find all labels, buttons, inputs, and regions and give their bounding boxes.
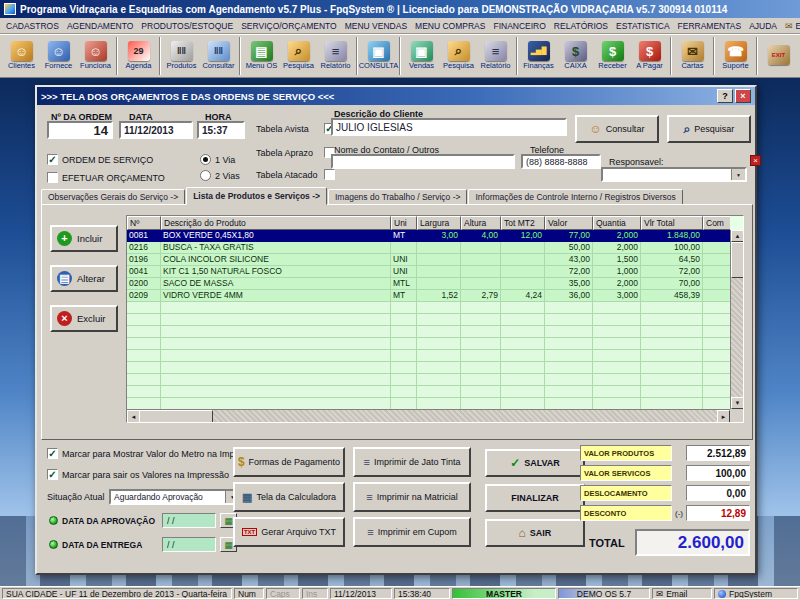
toolbar-cartas-button[interactable]: ✉Cartas bbox=[674, 35, 711, 77]
menu-menu-compras[interactable]: MENU COMPRAS bbox=[411, 18, 489, 34]
grid-horizontal-scrollbar[interactable]: ◄ ► bbox=[127, 409, 730, 422]
grid-row-0[interactable]: 0081BOX VERDE 0,45X1,80MT3,004,0012,0077… bbox=[127, 230, 730, 242]
menu-financeiro[interactable]: FINANCEIRO bbox=[489, 18, 549, 34]
toolbar-funcionarios-button[interactable]: ☺Funciona bbox=[77, 35, 114, 77]
grid-row-1[interactable]: 0216BUSCA - TAXA GRATIS50,002,000100,00 bbox=[127, 242, 730, 254]
phone-field[interactable]: (88) 8888-8888 bbox=[521, 154, 601, 169]
grid-column-header[interactable]: Largura bbox=[417, 216, 461, 230]
toolbar-produtos-button[interactable]: ‖‖Produtos bbox=[163, 35, 200, 77]
data-aprovacao-field[interactable]: / / bbox=[162, 513, 216, 528]
sair-button[interactable]: ⌂ SAIR bbox=[485, 519, 585, 547]
vertical-scroll-thumb[interactable] bbox=[731, 242, 744, 278]
finalizar-button[interactable]: FINALIZAR bbox=[485, 484, 585, 512]
window-titlebar[interactable]: >>> TELA DOS ORÇAMENTOS E DAS ORDENS DE … bbox=[37, 87, 755, 105]
toolbar-suporte-button[interactable]: ☎Suporte bbox=[717, 35, 754, 77]
efetuar-orcamento-checkbox[interactable]: EFETUAR ORÇAMENTO bbox=[47, 172, 165, 183]
toolbar-receber-button[interactable]: $Receber bbox=[594, 35, 631, 77]
toolbar-pesquisa-vendas-button[interactable]: ⌕Pesquisa bbox=[440, 35, 477, 77]
dropdown-arrow-icon[interactable]: ▼ bbox=[731, 169, 745, 180]
menu-estatistica[interactable]: ESTATISTICA bbox=[612, 18, 674, 34]
toolbar-pesquisa-os-button[interactable]: ⌕Pesquisa bbox=[280, 35, 317, 77]
toolbar-consulta-button[interactable]: ▣CONSULTA bbox=[360, 35, 397, 77]
toolbar-fornecedores-button[interactable]: ☺Fornece bbox=[40, 35, 77, 77]
help-button[interactable]: ? bbox=[717, 89, 733, 103]
toolbar-agenda-button[interactable]: 29Agenda bbox=[120, 35, 157, 77]
status-email[interactable]: ✉ Email bbox=[652, 588, 712, 599]
toolbar-a-pagar-button[interactable]: $A Pagar bbox=[631, 35, 668, 77]
responsavel-dropdown[interactable]: ▼ bbox=[601, 167, 747, 182]
imprimir-matricial-button[interactable]: ≡ Imprimir na Matricial bbox=[353, 482, 471, 512]
menu-ajuda[interactable]: AJUDA bbox=[745, 18, 781, 34]
grid-row-3[interactable]: 0041KIT C1 1,50 NATURAL FOSCOUNI72,001,0… bbox=[127, 266, 730, 278]
client-desc-field[interactable]: JULIO IGLESIAS bbox=[331, 118, 567, 136]
tab-controle-interno[interactable]: Informações de Controle Interno / Regist… bbox=[468, 189, 682, 205]
scroll-up-icon[interactable]: ▲ bbox=[731, 230, 744, 242]
menu-email[interactable]: ✉E-MAIL bbox=[781, 18, 800, 34]
alterar-button[interactable]: ▤Alterar bbox=[50, 265, 118, 292]
sair-aplicativo-icon: EXIT bbox=[768, 45, 790, 65]
grid-vertical-scrollbar[interactable]: ▲ ▼ bbox=[730, 230, 743, 409]
grid-cell bbox=[501, 326, 545, 338]
tabela-avista-checkbox[interactable]: Tabela Avista ✓ bbox=[256, 123, 335, 134]
menu-menu-vendas[interactable]: MENU VENDAS bbox=[341, 18, 411, 34]
grid-column-header[interactable]: Com bbox=[703, 216, 730, 230]
imprimir-cupom-button[interactable]: ≡ Imprimir em Cupom bbox=[353, 517, 471, 547]
grid-row-2[interactable]: 0196COLA INCOLOR SILICONEUNI43,001,50064… bbox=[127, 254, 730, 266]
ordem-de-servico-checkbox[interactable]: ✓ ORDEM DE SERVIÇO bbox=[47, 154, 153, 165]
tabela-aprazo-checkbox[interactable]: Tabela Aprazo bbox=[256, 147, 335, 158]
sair-valores-checkbox[interactable]: ✓ Marcar para sair os Valores na Impress… bbox=[47, 469, 229, 480]
horizontal-scroll-thumb[interactable] bbox=[139, 410, 213, 423]
via2-radio[interactable]: 2 Vias bbox=[200, 170, 240, 181]
scroll-right-icon[interactable]: ► bbox=[717, 410, 730, 423]
consultar-button[interactable]: ☺ Consultar bbox=[575, 115, 659, 143]
incluir-button[interactable]: +Incluir bbox=[50, 225, 118, 252]
excluir-button[interactable]: ×Excluir bbox=[50, 305, 118, 332]
grid-column-header[interactable]: Uni bbox=[391, 216, 417, 230]
menu-relatorios[interactable]: RELATÓRIOS bbox=[550, 18, 612, 34]
grid-column-header[interactable]: Nº bbox=[127, 216, 161, 230]
grid-row-5[interactable]: 0209VIDRO VERDE 4MMMT1,522,794,2436,003,… bbox=[127, 290, 730, 302]
toolbar-vendas-button[interactable]: ▣Vendas bbox=[403, 35, 440, 77]
situacao-dropdown[interactable]: Aguardando Aprovação ▼ bbox=[109, 489, 241, 505]
grid-column-header[interactable]: Valor bbox=[545, 216, 593, 230]
grid-column-header[interactable]: Altura bbox=[461, 216, 501, 230]
tabela-atacado-checkbox[interactable]: Tabela Atacado bbox=[256, 169, 335, 180]
tab-imagens[interactable]: Imagens do Trabalho / Serviço -> bbox=[328, 189, 467, 205]
checkbox-label: Tabela Atacado bbox=[256, 170, 320, 180]
responsavel-clear-icon[interactable]: × bbox=[750, 155, 761, 166]
toolbar-relatorio-vendas-button[interactable]: ≡Relatório bbox=[477, 35, 514, 77]
imprimir-jato-tinta-button[interactable]: ≡ Imprimir de Jato Tinta bbox=[353, 447, 471, 477]
tela-calculadora-button[interactable]: ▦ Tela da Calculadora bbox=[233, 482, 345, 512]
toolbar-menu-os-button[interactable]: ▤Menu OS bbox=[243, 35, 280, 77]
mostrar-valor-metro-checkbox[interactable]: ✓ Marcar para Mostrar Valor do Metro na … bbox=[47, 448, 261, 459]
gerar-arquivo-txt-button[interactable]: TXT Gerar Arquivo TXT bbox=[233, 517, 345, 547]
scroll-down-icon[interactable]: ▼ bbox=[731, 397, 744, 409]
toolbar-clientes-button[interactable]: ☺Clientes bbox=[3, 35, 40, 77]
grid-column-header[interactable]: Tot MT2 bbox=[501, 216, 545, 230]
formas-pagamento-button[interactable]: $ Formas de Pagamento bbox=[233, 447, 345, 477]
menu-ferramentas[interactable]: FERRAMENTAS bbox=[674, 18, 746, 34]
tab-lista-produtos[interactable]: Lista de Produtos e Serviços -> bbox=[186, 187, 327, 205]
data-entrega-field[interactable]: / / bbox=[162, 537, 216, 552]
grid-column-header[interactable]: Descrição do Produto bbox=[161, 216, 391, 230]
menu-cadastros[interactable]: CADASTROS bbox=[2, 18, 63, 34]
grid-column-header[interactable]: Quantia bbox=[593, 216, 641, 230]
contact-field[interactable] bbox=[331, 154, 515, 169]
salvar-button[interactable]: ✓ SALVAR bbox=[485, 449, 585, 477]
pesquisar-button[interactable]: ⌕ Pesquisar bbox=[667, 115, 751, 143]
tab-observacoes[interactable]: Observações Gerais do Serviço -> bbox=[41, 189, 185, 205]
toolbar-sair-aplicativo-button[interactable]: EXIT bbox=[760, 35, 797, 77]
grid-column-header[interactable]: Vlr Total bbox=[641, 216, 703, 230]
menu-servico-orcamento[interactable]: SERVIÇO/ORÇAMENTO bbox=[237, 18, 341, 34]
time-field[interactable]: 15:37 bbox=[197, 121, 245, 139]
toolbar-caixa-button[interactable]: $CAIXA bbox=[557, 35, 594, 77]
close-button[interactable]: × bbox=[735, 89, 751, 103]
toolbar-relatorio-os-button[interactable]: ≡Relatório bbox=[317, 35, 354, 77]
menu-produtos-estoque[interactable]: PRODUTOS/ESTOQUE bbox=[137, 18, 237, 34]
grid-row-4[interactable]: 0200SACO DE MASSAMTL35,002,00070,00 bbox=[127, 278, 730, 290]
toolbar-financas-button[interactable]: ▂▅█Finanças bbox=[520, 35, 557, 77]
menu-agendamento[interactable]: AGENDAMENTO bbox=[63, 18, 137, 34]
toolbar-consultar-produto-button[interactable]: ‖‖Consultar bbox=[200, 35, 237, 77]
date-field[interactable]: 11/12/2013 bbox=[119, 121, 193, 139]
via1-radio[interactable]: 1 Via bbox=[200, 154, 235, 165]
